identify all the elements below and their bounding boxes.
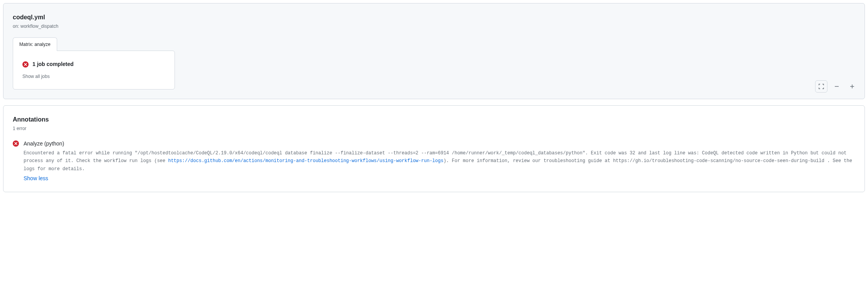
annotations-count: 1 error	[13, 125, 855, 132]
annotation-item: Analyze (python) Encountered a fatal err…	[13, 140, 855, 183]
workflow-panel: codeql.yml on: workflow_dispatch Matrix:…	[3, 3, 865, 99]
job-card[interactable]: 1 job completed Show all jobs	[13, 51, 175, 90]
annotation-heading: Analyze (python)	[24, 140, 855, 148]
annotation-link[interactable]: https://docs.github.com/en/actions/monit…	[168, 158, 443, 164]
error-icon	[22, 61, 29, 68]
zoom-out-button[interactable]	[831, 80, 843, 93]
zoom-in-button[interactable]	[846, 80, 858, 93]
workflow-title: codeql.yml	[13, 13, 855, 22]
workflow-trigger: on: workflow_dispatch	[13, 23, 855, 30]
job-status-row: 1 job completed	[22, 60, 165, 68]
error-icon	[13, 140, 19, 147]
fullscreen-button[interactable]	[815, 80, 827, 93]
show-less-link[interactable]: Show less	[24, 174, 48, 183]
annotation-error-icon	[13, 140, 19, 183]
annotations-title: Annotations	[13, 115, 855, 124]
graph-toolbar	[815, 80, 858, 93]
annotation-content: Analyze (python) Encountered a fatal err…	[24, 140, 855, 183]
annotations-panel: Annotations 1 error Analyze (python) Enc…	[3, 105, 865, 192]
job-status-text: 1 job completed	[32, 60, 74, 68]
annotation-body: Encountered a fatal error while running …	[24, 149, 855, 173]
matrix-tab[interactable]: Matrix: analyze	[13, 37, 57, 51]
show-all-jobs-link[interactable]: Show all jobs	[22, 73, 165, 80]
